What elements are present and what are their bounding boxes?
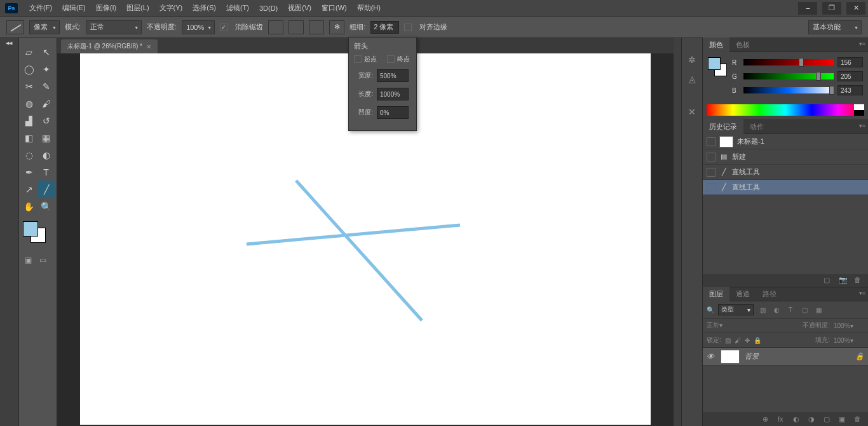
paths-tab[interactable]: 路径 (756, 287, 783, 301)
nav-panel-icon[interactable]: ✲ (686, 53, 698, 66)
path-op-2[interactable] (288, 20, 304, 34)
group-icon[interactable]: ▢ (824, 415, 834, 423)
lock-all-icon[interactable]: 🔒 (754, 337, 761, 344)
g-slider[interactable] (743, 73, 834, 79)
layer-opacity-dropdown[interactable]: 100%▾ (834, 322, 864, 329)
arrow-width-input[interactable] (377, 69, 409, 82)
wand-tool[interactable]: ✦ (37, 60, 55, 78)
unit-dropdown[interactable]: 像素 (29, 20, 60, 34)
blend-mode-dropdown[interactable]: 正常▾ (707, 321, 759, 330)
adjustments-panel-icon[interactable]: ✕ (686, 106, 698, 118)
menu-layer[interactable]: 图层(L) (121, 1, 154, 15)
dodge-tool[interactable]: ◐ (37, 146, 55, 163)
document-tab[interactable]: 未标题-1 @ 26%(RGB/8) * ✕ (61, 39, 158, 53)
blur-tool[interactable]: ◌ (20, 146, 37, 163)
opacity-dropdown[interactable]: 100% (182, 20, 215, 34)
brush-tool[interactable]: 🖌 (37, 95, 55, 112)
history-snapshot[interactable]: 未标题-1 (703, 134, 868, 149)
menu-window[interactable]: 窗口(W) (316, 1, 352, 15)
eraser-tool[interactable]: ◧ (20, 129, 37, 146)
history-item[interactable]: ▤ 新建 (703, 149, 868, 165)
gear-button[interactable]: ✻ (329, 20, 344, 34)
heal-tool[interactable]: ◍ (20, 95, 37, 112)
filter-adjust-icon[interactable]: ◐ (771, 305, 782, 315)
histogram-panel-icon[interactable]: ◬ (686, 72, 698, 85)
filter-type-icon[interactable]: T (785, 305, 796, 315)
history-item[interactable]: ╱ 直线工具 (703, 165, 868, 180)
path-op-3[interactable] (309, 20, 324, 34)
history-check[interactable] (707, 183, 715, 192)
move-tool[interactable]: ▱ (20, 43, 37, 60)
history-check[interactable] (707, 168, 715, 177)
arrow-concave-input[interactable] (377, 106, 409, 119)
history-menu-icon[interactable]: ▾≡ (859, 123, 865, 129)
menu-view[interactable]: 视图(V) (283, 1, 316, 15)
filter-smart-icon[interactable]: ▦ (813, 305, 824, 315)
snapshot-check[interactable] (707, 137, 715, 146)
history-new-doc-icon[interactable]: ▢ (824, 276, 834, 285)
layers-tab[interactable]: 图层 (703, 287, 729, 301)
filter-shape-icon[interactable]: ▢ (799, 305, 810, 315)
history-tab[interactable]: 历史记录 (703, 120, 743, 134)
history-delete-icon[interactable]: 🗑 (854, 276, 864, 285)
g-value-input[interactable]: 205 (837, 71, 863, 81)
arrow-start-checkbox[interactable] (354, 55, 362, 63)
menu-select[interactable]: 选择(S) (187, 1, 221, 15)
r-slider[interactable] (743, 59, 834, 65)
path-op-1[interactable] (268, 20, 283, 34)
history-check[interactable] (707, 153, 715, 161)
antialias-checkbox[interactable] (220, 24, 227, 31)
eyedropper-tool[interactable]: ✎ (37, 78, 55, 95)
menu-image[interactable]: 图像(I) (91, 1, 121, 15)
pen-tool[interactable]: ✒ (20, 163, 37, 181)
delete-layer-icon[interactable]: 🗑 (854, 415, 864, 423)
menu-help[interactable]: 帮助(H) (352, 1, 386, 15)
panel-fg-color[interactable] (708, 57, 721, 70)
quickmask-icon[interactable]: ▣ (25, 256, 36, 265)
collapse-icon[interactable]: ◀◀ (6, 41, 13, 45)
visibility-icon[interactable]: 👁 (707, 352, 715, 361)
screenmode-icon[interactable]: ▭ (39, 256, 51, 265)
workspace-dropdown[interactable]: 基本功能 (808, 20, 862, 34)
current-tool-icon[interactable] (6, 20, 24, 34)
arrow-end-checkbox[interactable] (387, 55, 395, 63)
lock-trans-icon[interactable]: ▧ (725, 337, 731, 344)
layer-item[interactable]: 👁 背景 🔒 (703, 348, 868, 366)
channels-tab[interactable]: 通道 (729, 287, 756, 301)
menu-type[interactable]: 文字(Y) (154, 1, 188, 15)
align-edges-checkbox[interactable] (404, 24, 412, 31)
history-snapshot-icon[interactable]: 📷 (839, 276, 849, 285)
color-tab[interactable]: 颜色 (703, 38, 729, 52)
filter-type-dropdown[interactable]: 类型▾ (718, 304, 754, 315)
path-select-tool[interactable]: ↗ (20, 181, 37, 198)
adjustment-icon[interactable]: ◑ (808, 415, 818, 423)
layers-menu-icon[interactable]: ▾≡ (859, 290, 865, 296)
lock-pos-icon[interactable]: ✥ (745, 337, 750, 344)
minimize-button[interactable]: ‒ (798, 2, 817, 15)
spectrum-bar[interactable] (707, 104, 864, 116)
type-tool[interactable]: T (37, 163, 55, 181)
panel-menu-icon[interactable]: ▾≡ (859, 41, 865, 47)
b-slider[interactable] (743, 87, 834, 93)
line-tool[interactable]: ╱ (37, 181, 55, 198)
lasso-tool[interactable]: ◯ (20, 60, 37, 78)
tab-close-icon[interactable]: ✕ (146, 43, 151, 50)
zoom-tool[interactable]: 🔍 (37, 198, 55, 215)
swatches-tab[interactable]: 色板 (729, 38, 756, 52)
menu-file[interactable]: 文件(F) (24, 1, 57, 15)
history-brush-tool[interactable]: ↺ (37, 112, 55, 129)
b-value-input[interactable]: 243 (837, 85, 863, 95)
menu-3d[interactable]: 3D(D) (254, 2, 283, 15)
mode-dropdown[interactable]: 正常 (86, 20, 142, 34)
marquee-tool[interactable]: ↖ (37, 43, 55, 60)
mask-icon[interactable]: ◐ (793, 415, 803, 423)
gradient-tool[interactable]: ▦ (37, 129, 55, 146)
stamp-tool[interactable]: ▟ (20, 112, 37, 129)
weight-input[interactable]: 2 像素 (370, 21, 399, 34)
history-item[interactable]: ╱ 直线工具 (703, 180, 868, 195)
maximize-button[interactable]: ❐ (822, 2, 841, 15)
actions-tab[interactable]: 动作 (743, 120, 770, 134)
crop-tool[interactable]: ✂ (20, 78, 37, 95)
r-value-input[interactable]: 156 (837, 57, 863, 67)
fill-dropdown[interactable]: 100%▾ (834, 337, 864, 344)
